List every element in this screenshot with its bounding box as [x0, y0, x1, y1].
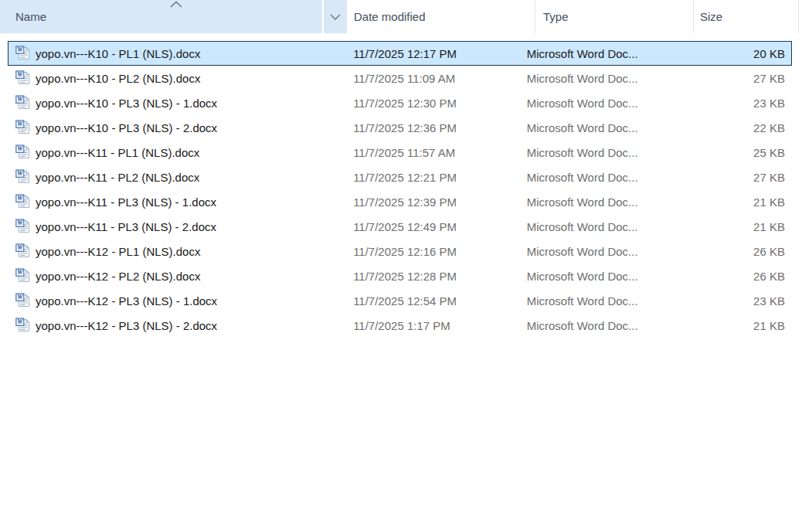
- file-size: 27 KB: [692, 72, 791, 85]
- file-name-cell: W yopo.vn---K11 - PL3 (NLS) - 1.docx: [8, 194, 346, 209]
- file-row[interactable]: W yopo.vn---K11 - PL2 (NLS).docx 11/7/20…: [8, 165, 792, 189]
- file-type: Microsoft Word Doc...: [527, 171, 693, 184]
- file-row[interactable]: W yopo.vn---K10 - PL1 (NLS).docx 11/7/20…: [8, 41, 792, 66]
- column-header-name[interactable]: Name: [0, 0, 322, 33]
- file-name: yopo.vn---K10 - PL3 (NLS) - 1.docx: [36, 97, 217, 110]
- word-document-icon: W: [15, 169, 31, 185]
- file-name-cell: W yopo.vn---K10 - PL3 (NLS) - 1.docx: [8, 95, 346, 110]
- column-header-size-label: Size: [700, 10, 722, 23]
- file-type: Microsoft Word Doc...: [527, 220, 693, 233]
- file-name-cell: W yopo.vn---K12 - PL1 (NLS).docx: [8, 243, 346, 259]
- word-document-icon: W: [15, 70, 31, 86]
- file-size: 23 KB: [692, 97, 791, 110]
- file-date-modified: 11/7/2025 11:57 AM: [346, 146, 527, 159]
- chevron-down-icon: [330, 14, 341, 20]
- file-date-modified: 11/7/2025 12:54 PM: [346, 294, 527, 308]
- file-row[interactable]: W yopo.vn---K11 - PL3 (NLS) - 1.docx 11/…: [8, 189, 792, 214]
- svg-text:W: W: [17, 145, 23, 152]
- word-document-icon: W: [15, 144, 31, 160]
- file-type: Microsoft Word Doc...: [527, 294, 693, 308]
- word-document-icon: W: [15, 268, 31, 284]
- file-name: yopo.vn---K11 - PL2 (NLS).docx: [36, 171, 199, 184]
- svg-text:W: W: [17, 195, 23, 202]
- svg-text:W: W: [17, 71, 23, 78]
- file-list-view: Name Date modified Type Size: [0, 0, 812, 520]
- column-header-name-label: Name: [15, 10, 46, 23]
- file-name: yopo.vn---K12 - PL1 (NLS).docx: [36, 245, 200, 258]
- file-type: Microsoft Word Doc...: [527, 72, 693, 85]
- file-type: Microsoft Word Doc...: [527, 47, 693, 60]
- word-document-icon: W: [15, 293, 31, 308]
- file-row[interactable]: W yopo.vn---K12 - PL3 (NLS) - 1.docx 11/…: [8, 288, 792, 313]
- file-type: Microsoft Word Doc...: [527, 195, 693, 209]
- file-type: Microsoft Word Doc...: [527, 97, 693, 110]
- svg-text:W: W: [17, 121, 23, 127]
- file-name-cell: W yopo.vn---K10 - PL3 (NLS) - 2.docx: [8, 120, 346, 135]
- svg-text:W: W: [17, 318, 23, 325]
- file-name-cell: W yopo.vn---K10 - PL1 (NLS).docx: [8, 46, 346, 61]
- file-type: Microsoft Word Doc...: [527, 146, 693, 159]
- file-date-modified: 11/7/2025 12:36 PM: [346, 121, 527, 134]
- svg-text:W: W: [17, 96, 23, 103]
- file-name: yopo.vn---K10 - PL2 (NLS).docx: [36, 72, 200, 85]
- file-name-cell: W yopo.vn---K12 - PL2 (NLS).docx: [8, 268, 346, 284]
- file-name-cell: W yopo.vn---K11 - PL1 (NLS).docx: [8, 144, 346, 160]
- file-size: 20 KB: [692, 47, 791, 60]
- file-row[interactable]: W yopo.vn---K12 - PL2 (NLS).docx 11/7/20…: [8, 263, 792, 288]
- file-row[interactable]: W yopo.vn---K10 - PL3 (NLS) - 1.docx 11/…: [8, 90, 792, 115]
- file-name: yopo.vn---K11 - PL3 (NLS) - 1.docx: [36, 195, 216, 209]
- file-date-modified: 11/7/2025 1:17 PM: [346, 319, 527, 332]
- file-date-modified: 11/7/2025 12:39 PM: [346, 195, 527, 209]
- sort-ascending-icon: [169, 1, 183, 8]
- file-row[interactable]: W yopo.vn---K10 - PL3 (NLS) - 2.docx 11/…: [8, 115, 792, 140]
- file-row[interactable]: W yopo.vn---K12 - PL1 (NLS).docx 11/7/20…: [8, 239, 792, 263]
- file-size: 27 KB: [692, 171, 791, 184]
- file-date-modified: 11/7/2025 11:09 AM: [346, 72, 527, 85]
- file-type: Microsoft Word Doc...: [527, 319, 693, 332]
- word-document-icon: W: [15, 95, 31, 110]
- file-name-cell: W yopo.vn---K11 - PL3 (NLS) - 2.docx: [8, 219, 346, 234]
- file-date-modified: 11/7/2025 12:28 PM: [346, 270, 527, 283]
- file-size: 25 KB: [692, 146, 791, 159]
- file-size: 23 KB: [692, 294, 791, 308]
- file-name: yopo.vn---K12 - PL2 (NLS).docx: [36, 270, 200, 283]
- file-row[interactable]: W yopo.vn---K12 - PL3 (NLS) - 2.docx 11/…: [8, 313, 792, 338]
- column-header-type-label: Type: [543, 10, 569, 23]
- file-list: W yopo.vn---K10 - PL1 (NLS).docx 11/7/20…: [8, 41, 792, 338]
- file-row[interactable]: W yopo.vn---K11 - PL1 (NLS).docx 11/7/20…: [8, 140, 792, 165]
- word-document-icon: W: [15, 120, 31, 135]
- svg-text:W: W: [17, 269, 23, 276]
- file-type: Microsoft Word Doc...: [527, 270, 693, 283]
- word-document-icon: W: [15, 243, 31, 259]
- file-date-modified: 11/7/2025 12:30 PM: [346, 97, 527, 110]
- column-header-size[interactable]: Size: [693, 0, 799, 33]
- name-filter-dropdown-button[interactable]: [324, 0, 346, 33]
- file-size: 26 KB: [692, 245, 791, 258]
- file-date-modified: 11/7/2025 12:49 PM: [346, 220, 527, 233]
- file-name: yopo.vn---K10 - PL1 (NLS).docx: [36, 47, 200, 60]
- svg-text:W: W: [17, 294, 23, 301]
- file-name-cell: W yopo.vn---K11 - PL2 (NLS).docx: [8, 169, 346, 185]
- file-size: 21 KB: [692, 220, 791, 233]
- column-header-date-modified[interactable]: Date modified: [346, 0, 535, 33]
- file-type: Microsoft Word Doc...: [527, 121, 693, 134]
- file-name-cell: W yopo.vn---K12 - PL3 (NLS) - 2.docx: [8, 318, 346, 333]
- svg-text:W: W: [17, 244, 23, 251]
- file-type: Microsoft Word Doc...: [527, 245, 693, 258]
- file-row[interactable]: W yopo.vn---K11 - PL3 (NLS) - 2.docx 11/…: [8, 214, 792, 239]
- svg-text:W: W: [17, 219, 23, 226]
- file-name-cell: W yopo.vn---K10 - PL2 (NLS).docx: [8, 70, 346, 86]
- file-name: yopo.vn---K11 - PL1 (NLS).docx: [36, 146, 199, 159]
- file-name: yopo.vn---K11 - PL3 (NLS) - 2.docx: [36, 220, 216, 233]
- file-name-cell: W yopo.vn---K12 - PL3 (NLS) - 1.docx: [8, 293, 346, 308]
- file-size: 21 KB: [692, 319, 791, 332]
- file-date-modified: 11/7/2025 12:21 PM: [346, 171, 527, 184]
- file-size: 21 KB: [692, 195, 791, 209]
- column-header-date-label: Date modified: [354, 10, 426, 23]
- file-name: yopo.vn---K12 - PL3 (NLS) - 2.docx: [36, 319, 217, 332]
- file-row[interactable]: W yopo.vn---K10 - PL2 (NLS).docx 11/7/20…: [8, 66, 792, 90]
- column-headers: Name Date modified Type Size: [0, 0, 812, 33]
- file-date-modified: 11/7/2025 12:16 PM: [346, 245, 527, 258]
- file-name: yopo.vn---K12 - PL3 (NLS) - 1.docx: [36, 294, 217, 308]
- column-header-type[interactable]: Type: [535, 0, 693, 33]
